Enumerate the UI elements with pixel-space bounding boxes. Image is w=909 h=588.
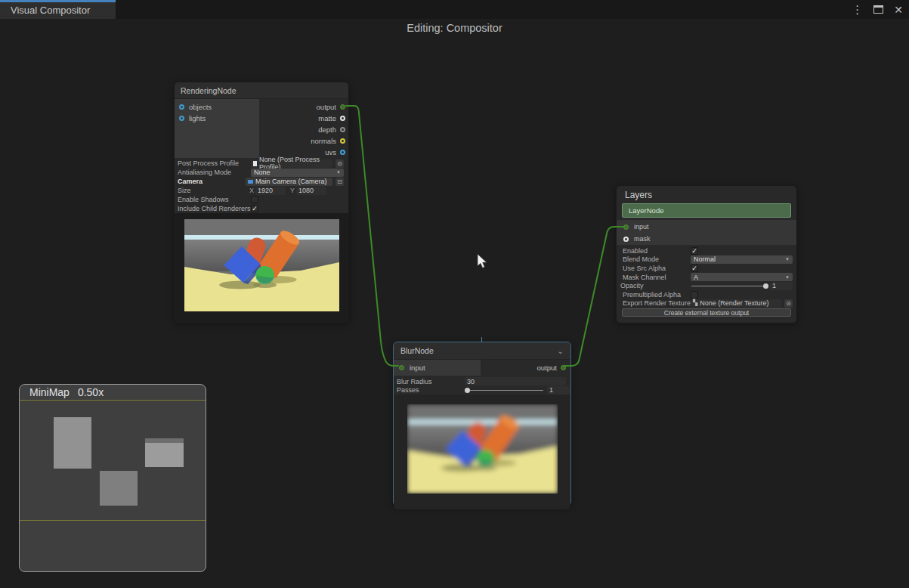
- blur-input-port[interactable]: [399, 365, 404, 370]
- enable-shadows-checkbox[interactable]: [251, 196, 258, 203]
- passes-label: Passes: [397, 386, 463, 394]
- size-x-field[interactable]: 1920: [255, 187, 286, 195]
- blend-mode-label: Blend Mode: [623, 255, 689, 263]
- normals-port-label: normals: [311, 137, 336, 145]
- blur-input-port-label: input: [410, 364, 425, 372]
- rendered-scene-image: [184, 219, 339, 311]
- size-y-field[interactable]: 1080: [296, 187, 326, 195]
- layer-mask-port-row: mask: [623, 233, 796, 245]
- camera-target-picker-icon[interactable]: ⊡: [335, 178, 344, 186]
- objects-port[interactable]: [179, 104, 184, 110]
- post-process-profile-row: Post Process Profile None (Post Process …: [175, 159, 348, 168]
- export-render-texture-label: Export Render Texture: [623, 299, 689, 307]
- export-render-texture-field[interactable]: ▚ None (Render Texture): [691, 299, 781, 308]
- edge-rendering-output-to-blur-input[interactable]: [346, 106, 398, 366]
- antialiasing-mode-dropdown[interactable]: None ▼: [251, 169, 344, 177]
- blur-node-preview: [394, 395, 570, 509]
- opacity-value-field[interactable]: 1: [770, 282, 793, 290]
- port-row-objects: objects: [175, 101, 259, 113]
- layer-mask-port[interactable]: [623, 237, 629, 242]
- output-port-label: output: [317, 103, 336, 111]
- blur-input-port-row: input: [394, 360, 481, 376]
- include-child-renderers-label: Include Child Renderers: [178, 205, 249, 212]
- camera-row: Camera Main Camera (Camera) ⊡: [175, 177, 348, 186]
- lights-port[interactable]: [179, 116, 184, 121]
- minimap-layers-titlebar: [145, 438, 184, 443]
- camera-field[interactable]: Main Camera (Camera): [246, 178, 332, 186]
- mouse-cursor: [473, 252, 488, 269]
- blur-node-top-tick: [481, 337, 482, 342]
- rendering-node[interactable]: RenderingNode objects lights output m: [174, 82, 349, 323]
- port-row-lights: lights: [175, 113, 259, 124]
- close-icon[interactable]: ✕: [894, 5, 903, 15]
- post-process-profile-field[interactable]: None (Post Process Profile): [251, 159, 332, 168]
- dropdown-arrow-icon: ▼: [336, 170, 341, 175]
- layer-input-port-label: input: [634, 223, 649, 231]
- blur-node[interactable]: BlurNode ⌄ input output Blur Radius 30 P…: [393, 342, 571, 506]
- depth-port[interactable]: [340, 127, 345, 132]
- blur-output-port-label: output: [537, 364, 557, 372]
- create-external-texture-output-button[interactable]: Create external texture output: [622, 308, 791, 317]
- antialiasing-mode-label: Antialiasing Mode: [178, 169, 249, 176]
- rendering-node-header[interactable]: RenderingNode: [175, 82, 348, 99]
- minimap-panel[interactable]: MiniMap 0.50x: [19, 384, 206, 572]
- uvs-port[interactable]: [340, 150, 345, 155]
- passes-slider-handle[interactable]: [465, 388, 470, 393]
- mask-channel-dropdown[interactable]: A ▼: [691, 273, 793, 281]
- size-y-label: Y: [290, 187, 295, 194]
- minimap-layers-rect[interactable]: [145, 438, 184, 467]
- blend-mode-dropdown[interactable]: Normal ▼: [691, 255, 793, 264]
- matte-port-label: matte: [318, 114, 336, 122]
- post-process-profile-label: Post Process Profile: [178, 159, 249, 167]
- blur-radius-field[interactable]: 30: [465, 377, 566, 385]
- object-picker-icon[interactable]: ⊙: [335, 159, 344, 168]
- camera-icon: [248, 180, 253, 184]
- objects-port-label: objects: [189, 103, 212, 111]
- layer-mask-port-label: mask: [634, 235, 651, 243]
- tab-visual-compositor[interactable]: Visual Compositor: [0, 0, 116, 19]
- blur-output-port-row: output: [481, 360, 570, 376]
- rendering-node-inputs: objects lights: [175, 99, 259, 158]
- use-src-alpha-checkbox[interactable]: ✓: [691, 265, 698, 272]
- passes-value-field[interactable]: 1: [547, 386, 570, 395]
- include-child-renderers-row: Include Child Renderers ✓: [175, 204, 348, 213]
- minimap-blur-node-rect[interactable]: [100, 471, 138, 506]
- editing-label: Editing: Compositor: [0, 22, 909, 34]
- passes-slider[interactable]: [465, 386, 544, 395]
- include-child-renderers-checkbox[interactable]: ✓: [251, 205, 258, 212]
- use-src-alpha-row: Use Src Alpha ✓: [617, 264, 796, 273]
- blur-node-header[interactable]: BlurNode ⌄: [394, 342, 570, 360]
- layers-panel-header[interactable]: Layers: [617, 186, 796, 203]
- premultiplied-alpha-row: Premultiplied Alpha: [617, 290, 796, 299]
- lights-port-label: lights: [189, 114, 206, 122]
- rendering-node-preview: [175, 213, 348, 323]
- opacity-slider[interactable]: [691, 282, 768, 290]
- camera-label: Camera: [178, 178, 244, 185]
- minimap-zoom-level: 0.50x: [78, 386, 104, 398]
- premultiplied-alpha-checkbox[interactable]: [691, 291, 698, 299]
- passes-row: Passes 1: [394, 386, 570, 395]
- layers-panel[interactable]: Layers LayerNode input mask Enabled ✓ Bl…: [616, 185, 797, 323]
- matte-port[interactable]: [340, 116, 345, 121]
- object-picker-icon[interactable]: ⊙: [784, 299, 793, 308]
- dropdown-arrow-icon: ▼: [785, 275, 790, 280]
- menu-kebab-icon[interactable]: ⋮: [852, 4, 863, 15]
- minimap-viewport[interactable]: [20, 400, 206, 521]
- antialiasing-mode-row: Antialiasing Mode None ▼: [175, 168, 348, 177]
- chevron-down-icon[interactable]: ⌄: [558, 347, 564, 355]
- dropdown-arrow-icon: ▼: [785, 257, 790, 262]
- minimap-rendering-node-rect[interactable]: [54, 417, 91, 469]
- output-port[interactable]: [340, 104, 345, 110]
- edge-blur-output-to-layer-input[interactable]: [563, 227, 624, 366]
- opacity-label: Opacity: [620, 282, 689, 289]
- mask-channel-row: Mask Channel A ▼: [617, 273, 796, 282]
- normals-port[interactable]: [340, 138, 345, 144]
- profile-doc-icon: [253, 161, 257, 166]
- layer-node-row[interactable]: LayerNode: [622, 203, 791, 218]
- enabled-checkbox[interactable]: ✓: [691, 247, 698, 255]
- maximize-icon[interactable]: [873, 5, 883, 14]
- opacity-slider-handle[interactable]: [763, 283, 768, 289]
- depth-port-label: depth: [318, 125, 336, 134]
- export-render-texture-row: Export Render Texture ▚ None (Render Tex…: [617, 299, 796, 308]
- use-src-alpha-label: Use Src Alpha: [623, 265, 689, 272]
